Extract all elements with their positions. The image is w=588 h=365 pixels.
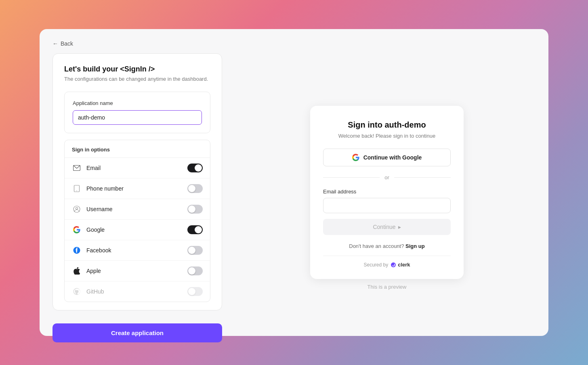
envelope-icon: [72, 163, 82, 173]
svg-point-6: [391, 262, 396, 267]
secured-by-text: Secured by: [363, 262, 388, 268]
option-apple-label: Apple: [86, 268, 187, 274]
back-arrow-icon: ←: [52, 40, 58, 47]
apple-icon: [72, 266, 82, 276]
email-address-input[interactable]: [323, 198, 451, 213]
username-toggle[interactable]: [187, 205, 203, 214]
main-content: Let's build your <SignIn /> The configur…: [40, 53, 548, 355]
option-row-email: Email: [65, 158, 210, 178]
clerk-logo: clerk: [391, 262, 410, 268]
option-google-label: Google: [86, 227, 187, 233]
option-facebook-label: Facebook: [86, 247, 187, 254]
sign-in-options: Sign in options Email: [64, 140, 210, 302]
option-row-google: Google: [65, 220, 210, 240]
facebook-icon: [72, 245, 82, 255]
option-github-label: GitHub: [86, 288, 187, 295]
svg-point-1: [76, 191, 77, 191]
google-button-icon: [352, 154, 359, 161]
github-icon: [72, 287, 82, 296]
divider-left: [323, 177, 380, 178]
back-button[interactable]: ← Back: [40, 29, 86, 53]
preview-sign-in-title: Sign into auth-demo: [323, 120, 451, 130]
google-sign-in-button[interactable]: Continue with Google: [323, 149, 451, 166]
continue-button[interactable]: Continue ▸: [323, 219, 451, 235]
divider: or: [323, 174, 451, 180]
right-panel: Sign into auth-demo Welcome back! Please…: [238, 53, 536, 342]
preview-card: Sign into auth-demo Welcome back! Please…: [310, 106, 464, 279]
form-subtitle: The configurations can be changed anytim…: [64, 76, 210, 82]
google-toggle[interactable]: [187, 225, 203, 234]
clerk-logo-icon: [391, 262, 396, 268]
option-row-apple: Apple: [65, 261, 210, 281]
svg-point-3: [76, 208, 78, 210]
divider-text: or: [384, 174, 389, 180]
create-application-button[interactable]: Create application: [52, 323, 222, 342]
app-name-input[interactable]: [73, 110, 202, 125]
facebook-toggle[interactable]: [187, 246, 203, 255]
google-button-label: Continue with Google: [363, 154, 422, 161]
left-panel: Let's build your <SignIn /> The configur…: [52, 53, 222, 342]
github-toggle[interactable]: [187, 287, 203, 296]
email-address-label: Email address: [323, 189, 451, 195]
sign-up-row: Don't have an account? Sign up: [323, 243, 451, 249]
option-row-facebook: Facebook: [65, 240, 210, 261]
continue-arrow-icon: ▸: [398, 224, 401, 230]
phone-icon: [72, 184, 82, 193]
google-icon: [72, 225, 82, 235]
email-toggle[interactable]: [187, 164, 203, 172]
sign-in-options-header: Sign in options: [65, 140, 210, 158]
apple-toggle[interactable]: [187, 266, 203, 275]
app-name-section: Application name: [64, 92, 210, 133]
option-row-phone: Phone number: [65, 178, 210, 199]
option-email-label: Email: [86, 165, 187, 171]
continue-button-label: Continue: [373, 224, 395, 230]
main-card: ← Back Let's build your <SignIn /> The c…: [40, 29, 548, 336]
divider-right: [394, 177, 451, 178]
preview-sign-in-subtitle: Welcome back! Please sign in to continue: [323, 133, 451, 139]
no-account-text: Don't have an account?: [349, 243, 405, 249]
secured-by-row: Secured by clerk: [323, 256, 451, 268]
preview-label: This is a preview: [368, 284, 407, 290]
back-label: Back: [61, 40, 73, 47]
sign-up-link[interactable]: Sign up: [405, 243, 425, 249]
option-row-username: Username: [65, 199, 210, 220]
user-circle-icon: [72, 204, 82, 214]
form-card: Let's build your <SignIn /> The configur…: [52, 53, 222, 310]
form-title: Let's build your <SignIn />: [64, 65, 210, 73]
clerk-name: clerk: [398, 262, 410, 268]
app-name-label: Application name: [73, 100, 202, 106]
option-row-github: GitHub: [65, 281, 210, 302]
phone-toggle[interactable]: [187, 184, 203, 193]
option-username-label: Username: [86, 206, 187, 212]
option-phone-label: Phone number: [86, 185, 187, 192]
